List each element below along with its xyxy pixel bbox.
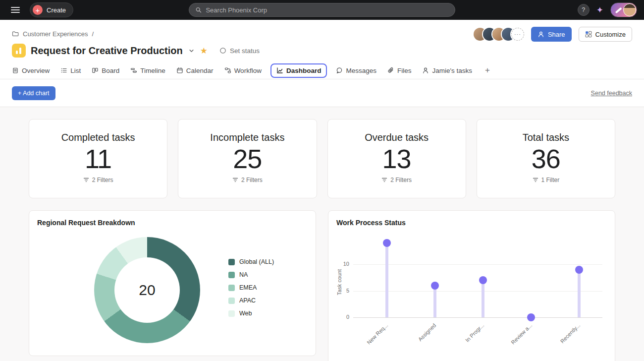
x-axis-line <box>353 317 602 318</box>
stat-card-filters[interactable]: 1 Filter <box>533 177 560 183</box>
tab-bar: Overview List Board <box>12 61 632 79</box>
calendar-icon <box>176 67 183 74</box>
lollipop-dot[interactable] <box>383 239 391 247</box>
hamburger-menu-button[interactable] <box>9 3 22 16</box>
favorite-star-icon[interactable]: ★ <box>200 47 208 55</box>
stat-card-filters[interactable]: 2 Filters <box>381 177 412 183</box>
gridline <box>353 264 602 265</box>
y-tick-label: 10 <box>339 261 349 267</box>
project-icon <box>12 44 26 58</box>
page-title: Request for Creative Production <box>31 45 183 57</box>
search-bar[interactable] <box>189 3 455 17</box>
lollipop-stem <box>385 243 388 317</box>
tab-list[interactable]: List <box>60 67 81 74</box>
legend-label: Web <box>239 310 252 317</box>
list-icon <box>60 67 67 74</box>
lollipop-dot[interactable] <box>431 282 439 290</box>
breadcrumb: Customer Experiences / ··· Share <box>12 28 632 40</box>
tab-label: Files <box>397 67 412 74</box>
user-avatar[interactable] <box>610 2 637 17</box>
x-axis-label: New Req... <box>346 322 389 361</box>
chart-title: Regional Request Breakdown <box>37 219 135 227</box>
legend-label: NA <box>239 271 248 278</box>
tab-label: Workflow <box>234 67 262 74</box>
chevron-down-icon <box>189 48 194 54</box>
tab-dashboard[interactable]: Dashboard <box>270 63 327 78</box>
set-status-button[interactable]: Set status <box>219 47 260 55</box>
lollipop-stem <box>433 286 436 317</box>
tab-messages[interactable]: Messages <box>336 67 376 74</box>
tab-calendar[interactable]: Calendar <box>176 67 214 74</box>
y-tick-label: 0 <box>339 314 349 320</box>
rocket-icon <box>615 7 622 13</box>
lollipop-dot[interactable] <box>479 276 487 284</box>
stat-card-total: Total tasks 36 1 Filter <box>477 119 615 198</box>
ai-sparkle-icon[interactable]: ✦ <box>596 6 603 14</box>
lollipop-dot[interactable] <box>527 313 535 321</box>
lollipop-plot: 0510New Req...AssignedIn Progr...Review … <box>353 211 602 317</box>
tab-jamies-tasks[interactable]: Jamie's tasks <box>422 67 472 74</box>
share-button[interactable]: Share <box>531 27 572 42</box>
legend-swatch <box>228 285 235 291</box>
tab-label: Overview <box>22 67 50 74</box>
share-icon <box>537 31 544 38</box>
x-axis-label: In Progr... <box>442 322 485 361</box>
topbar-right: ? ✦ <box>578 2 637 17</box>
legend-label: APAC <box>239 297 256 304</box>
help-button[interactable]: ? <box>578 4 590 16</box>
chart-card-work-process-status: Work Process Status Task count 0510New R… <box>328 210 615 361</box>
legend-label: Global (ALL) <box>239 258 274 265</box>
donut-center-total: 20 <box>114 257 180 323</box>
dashboard-toolbar: + Add chart Send feedback <box>0 79 644 107</box>
create-button[interactable]: + Create <box>30 2 73 17</box>
x-axis-label: Assigned <box>394 322 437 361</box>
tab-label: Board <box>102 67 119 74</box>
send-feedback-link[interactable]: Send feedback <box>591 90 632 97</box>
stat-card-filters[interactable]: 2 Filters <box>83 177 113 183</box>
lollipop-dot[interactable] <box>575 266 583 274</box>
tab-board[interactable]: Board <box>92 67 119 74</box>
x-axis-label: Recently... <box>538 322 581 361</box>
legend-item[interactable]: EMEA <box>228 284 274 291</box>
legend-item[interactable]: Global (ALL) <box>228 258 274 265</box>
legend-swatch <box>228 272 235 278</box>
avatar-overflow-button[interactable]: ··· <box>511 28 524 41</box>
stat-card-filters[interactable]: 2 Filters <box>232 177 263 183</box>
project-header: Customer Experiences / ··· Share <box>0 20 644 79</box>
add-chart-button[interactable]: + Add chart <box>12 86 55 100</box>
donut-chart[interactable]: 20 <box>94 237 200 343</box>
stat-card-incomplete: Incomplete tasks 25 2 Filters <box>178 119 317 198</box>
app-root: + Create ? ✦ Customer Experiences / <box>0 0 644 361</box>
charts-row: Regional Request Breakdown 20 Global (AL… <box>29 210 615 361</box>
legend-swatch <box>228 298 235 304</box>
tab-label: Jamie's tasks <box>432 67 472 74</box>
filter-icon <box>83 177 89 183</box>
tab-workflow[interactable]: Workflow <box>224 67 262 74</box>
stat-card-value: 25 <box>178 144 316 173</box>
tab-files[interactable]: Files <box>387 67 412 74</box>
title-row: Request for Creative Production ★ Set st… <box>12 42 632 60</box>
workflow-icon <box>224 67 231 74</box>
legend-item[interactable]: Web <box>228 310 274 317</box>
customize-button[interactable]: Customize <box>579 27 632 42</box>
y-tick-label: 5 <box>339 288 349 294</box>
search-input[interactable] <box>206 6 449 14</box>
stats-row: Completed tasks 11 2 Filters Incomplete … <box>29 119 615 198</box>
breadcrumb-link[interactable]: Customer Experiences <box>23 30 88 38</box>
stat-card-title: Completed tasks <box>29 132 167 143</box>
stat-card-overdue: Overdue tasks 13 2 Filters <box>327 119 466 198</box>
tab-overview[interactable]: Overview <box>12 67 50 74</box>
stat-card-title: Incomplete tasks <box>178 132 316 143</box>
member-avatars: ··· <box>473 28 524 41</box>
chart-card-regional-breakdown: Regional Request Breakdown 20 Global (AL… <box>29 210 316 356</box>
add-tab-button[interactable]: + <box>483 65 492 75</box>
tab-label: Dashboard <box>286 67 322 74</box>
dashboard-icon <box>276 67 283 74</box>
customize-button-label: Customize <box>595 31 626 38</box>
legend-item[interactable]: NA <box>228 271 274 278</box>
tab-timeline[interactable]: Timeline <box>130 67 165 74</box>
project-menu-button[interactable] <box>188 47 195 55</box>
legend-item[interactable]: APAC <box>228 297 274 304</box>
legend-swatch <box>228 310 235 317</box>
person-icon <box>422 67 429 74</box>
